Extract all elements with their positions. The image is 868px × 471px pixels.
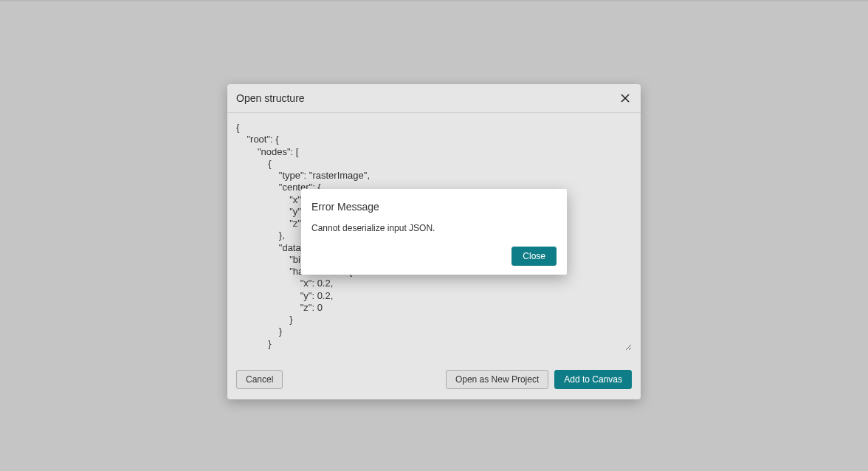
error-dialog: Error Message Cannot deserialize input J… [301,189,567,275]
error-title: Error Message [311,201,557,213]
error-footer: Close [311,247,557,266]
error-close-button[interactable]: Close [512,247,557,266]
close-icon[interactable] [619,92,632,105]
add-to-canvas-button[interactable]: Add to Canvas [554,370,632,389]
error-body: Cannot deserialize input JSON. [311,223,557,233]
app-topbar [0,0,868,1]
open-new-project-button[interactable]: Open as New Project [446,370,548,389]
dialog-footer: Cancel Open as New Project Add to Canvas [227,362,641,399]
dialog-title: Open structure [236,92,305,104]
cancel-button[interactable]: Cancel [236,370,283,389]
dialog-header: Open structure [227,84,641,113]
